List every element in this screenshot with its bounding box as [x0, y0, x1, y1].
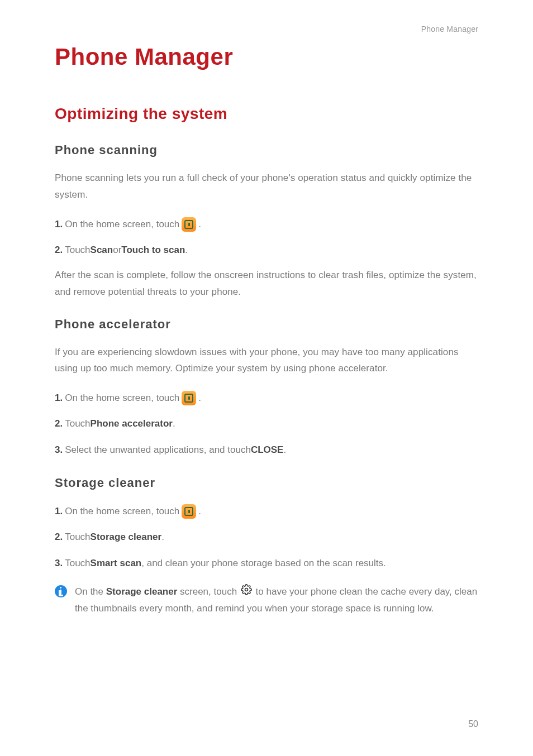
phone-accelerator-step-1: 1. On the home screen, touch . — [55, 389, 478, 407]
step-text: . — [283, 441, 286, 459]
step-text: . — [161, 528, 164, 546]
step-text: Select the unwanted applications, and to… — [65, 441, 251, 459]
phone-accelerator-intro: If you are experiencing slowdown issues … — [55, 344, 478, 377]
phone-manager-app-icon — [182, 217, 196, 232]
phone-scanning-block: Phone scanning Phone scanning lets you r… — [55, 143, 478, 300]
storage-cleaner-step-1: 1. On the home screen, touch . — [55, 503, 478, 520]
storage-cleaner-step-2: 2. Touch Storage cleaner . — [55, 528, 478, 546]
step-text: On the home screen, touch — [65, 216, 179, 233]
step-number: 2. — [55, 241, 63, 259]
settings-gear-icon — [241, 584, 252, 601]
phone-scanning-heading: Phone scanning — [55, 143, 478, 157]
step-text: , and clean your phone storage based on … — [141, 554, 386, 572]
step-text: . — [173, 415, 175, 433]
step-text: On the home screen, touch — [65, 389, 179, 407]
chapter-title: Phone Manager — [55, 44, 478, 70]
step-number: 2. — [55, 528, 63, 546]
phone-scanning-intro: Phone scanning lets you run a full check… — [55, 170, 478, 203]
step-number: 1. — [55, 389, 63, 407]
section-title: Optimizing the system — [55, 105, 478, 123]
storage-cleaner-heading: Storage cleaner — [55, 476, 478, 490]
step-text: . — [185, 241, 188, 259]
phone-accelerator-heading: Phone accelerator — [55, 317, 478, 332]
step-number: 3. — [55, 554, 63, 572]
step-text: On the home screen, touch — [65, 503, 179, 520]
smart-scan-label: Smart scan — [91, 554, 142, 572]
step-suffix: . — [198, 216, 201, 233]
step-text: or — [113, 241, 121, 259]
phone-accelerator-step-2: 2. Touch Phone accelerator . — [55, 415, 478, 433]
step-text: Touch — [65, 554, 90, 572]
phone-manager-app-icon — [182, 391, 196, 405]
phone-scanning-step-1: 1. On the home screen, touch . — [55, 216, 478, 233]
storage-cleaner-label: Storage cleaner — [91, 528, 162, 546]
phone-scanning-step-2: 2. Touch Scan or Touch to scan . — [55, 241, 478, 259]
svg-point-0 — [245, 588, 248, 591]
step-number: 2. — [55, 415, 63, 433]
step-suffix: . — [198, 389, 201, 407]
storage-cleaner-bold: Storage cleaner — [106, 586, 178, 597]
step-number: 1. — [55, 503, 63, 520]
header-category: Phone Manager — [55, 25, 478, 34]
info-text: On the Storage cleaner screen, touch to … — [75, 583, 478, 617]
phone-scanning-after: After the scan is complete, follow the o… — [55, 267, 478, 300]
step-suffix: . — [198, 503, 201, 520]
info-text-part: On the — [75, 586, 106, 597]
info-icon — [55, 585, 67, 597]
scan-label: Scan — [91, 241, 113, 259]
touch-to-scan-label: Touch to scan — [121, 241, 185, 259]
phone-accelerator-step-3: 3. Select the unwanted applications, and… — [55, 441, 478, 459]
phone-accelerator-block: Phone accelerator If you are experiencin… — [55, 317, 478, 459]
storage-cleaner-info: On the Storage cleaner screen, touch to … — [55, 583, 478, 617]
document-page: Phone Manager Phone Manager Optimizing t… — [0, 0, 533, 617]
storage-cleaner-step-3: 3. Touch Smart scan , and clean your pho… — [55, 554, 478, 572]
phone-manager-app-icon — [182, 504, 196, 519]
page-number: 50 — [468, 719, 478, 729]
info-text-part: screen, touch — [177, 586, 240, 597]
storage-cleaner-block: Storage cleaner 1. On the home screen, t… — [55, 476, 478, 617]
step-text: Touch — [65, 415, 90, 433]
step-text: Touch — [65, 241, 90, 259]
step-number: 1. — [55, 216, 63, 233]
phone-accelerator-label: Phone accelerator — [91, 415, 173, 433]
close-label: CLOSE — [251, 441, 284, 459]
step-number: 3. — [55, 441, 63, 459]
step-text: Touch — [65, 528, 90, 546]
